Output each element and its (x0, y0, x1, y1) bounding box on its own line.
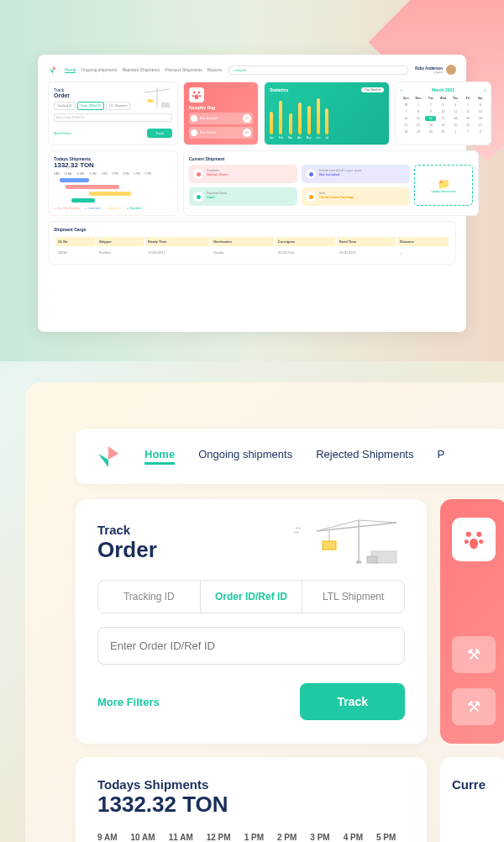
calendar-day[interactable]: 9 (425, 109, 436, 114)
calendar-day[interactable]: 24 (438, 123, 449, 128)
svg-point-21 (479, 539, 483, 544)
info-card: Payment TermsCash (189, 187, 297, 206)
svg-point-5 (197, 92, 200, 94)
cal-next-icon[interactable]: › (484, 87, 486, 92)
svg-point-7 (199, 95, 201, 97)
calendar-day[interactable]: 25 (450, 123, 461, 128)
cargo-table: SL NoShipperReady TimeDestinationConsign… (54, 235, 450, 259)
gavel-icon[interactable]: ⚒ (452, 688, 496, 725)
dashboard-preview: Home Ongoing shipments Rejected Shipment… (38, 55, 466, 332)
calendar-day[interactable]: 15 (413, 116, 424, 121)
current-shipment-card: Current Shipment CustomerNathan DrakeInc… (183, 150, 479, 216)
svg-rect-2 (148, 99, 153, 103)
calendar-day[interactable]: 28 (401, 103, 412, 108)
tab-order-id[interactable]: Order ID/Ref ID (77, 102, 104, 110)
range-dropdown[interactable]: This Week ▾ (361, 87, 384, 92)
calendar-day[interactable]: 18 (450, 116, 461, 121)
search-input[interactable]: ⌕ Search (228, 66, 407, 75)
naughty-dog-card: Naughty Dog Bids Available 17 Bids Close… (183, 82, 259, 145)
nav-rejected[interactable]: Rejected Shipments (122, 67, 160, 73)
logo-icon (96, 444, 121, 469)
track-button[interactable]: Track (300, 683, 405, 720)
track-order-card: Track Order Tracking ID Order ID/Ref ID … (48, 82, 178, 145)
tab-order-id[interactable]: Order ID/Ref ID (201, 581, 303, 613)
tab-tracking-id[interactable]: Tracking ID (54, 102, 76, 110)
calendar-day[interactable]: 1 (413, 103, 424, 108)
nav-ongoing[interactable]: Ongoing shipments (81, 67, 117, 73)
info-card: NoteChole Frazer Package (302, 187, 410, 206)
track-order-card: Track Order Tracking ID Order ID/Ref ID … (76, 499, 427, 744)
calendar-day[interactable]: 3 (438, 103, 449, 108)
calendar-day[interactable]: 6 (475, 103, 486, 108)
crane-icon (136, 86, 174, 110)
user-menu[interactable]: Abby AndersonLogout (415, 65, 456, 75)
timeline: 9 AM10 AM11 AM12 PM1 PM2 PM3 PM4 PM5 PM (97, 833, 405, 842)
calendar-day[interactable]: 5 (463, 103, 474, 108)
svg-point-6 (192, 95, 194, 97)
svg-line-13 (359, 520, 396, 523)
svg-rect-15 (323, 541, 336, 550)
calendar-day[interactable]: 31 (438, 129, 449, 134)
calendar-day[interactable]: 2 (463, 129, 474, 134)
crane-icon (287, 516, 405, 566)
calendar-day[interactable]: 28 (401, 129, 412, 134)
calendar-day[interactable]: 16 (425, 116, 436, 121)
calendar-day[interactable]: 12 (463, 109, 474, 114)
gavel-icon[interactable]: ⚒ (452, 636, 496, 673)
calendar-day[interactable]: 20 (475, 116, 486, 121)
calendar-card: ‹ March 2021 › SunMonTueWedThuFriSat2812… (395, 82, 491, 145)
nav-home[interactable]: Home (144, 448, 175, 465)
todays-shipments-card: Todays Shipments 1332.32 TON 9 AM10 AM11… (76, 757, 427, 842)
calendar-day[interactable]: 17 (438, 116, 449, 121)
tab-ltl[interactable]: LTL Shipment (106, 102, 130, 110)
table-row[interactable]: 50265Fireflies12:00 (IST)Seattle31234 Po… (55, 248, 449, 257)
calendar-month: March 2021 (432, 87, 454, 92)
more-filters-link[interactable]: More Filters (54, 131, 71, 135)
calendar-day[interactable]: 7 (401, 109, 412, 114)
track-button[interactable]: Track (147, 129, 172, 138)
calendar-day[interactable]: 29 (413, 129, 424, 134)
calendar-day[interactable]: 14 (401, 116, 412, 121)
calendar-day[interactable]: 22 (413, 123, 424, 128)
calendar-day[interactable]: 11 (450, 109, 461, 114)
nav-ongoing[interactable]: Ongoing shipments (198, 448, 292, 465)
tab-tracking-id[interactable]: Tracking ID (98, 581, 201, 613)
shipment-cargo-card: Shipment Cargo SL NoShipperReady TimeDes… (48, 221, 456, 265)
bids-available: Bids Available 17 (189, 113, 253, 124)
svg-rect-3 (161, 103, 170, 108)
nav-home[interactable]: Home (65, 67, 76, 73)
nav-previous[interactable]: Previous Shipments (165, 67, 202, 73)
calendar-day[interactable]: 23 (425, 123, 436, 128)
main-nav: Home Ongoing shipments Rejected Shipment… (76, 429, 504, 484)
calendar-day[interactable]: 26 (463, 123, 474, 128)
calendar-day[interactable]: 4 (450, 103, 461, 108)
calendar-day[interactable]: 2 (425, 103, 436, 108)
todays-shipments-card: Todays Shipments 1332.32 TON 9 AM10 AM11… (48, 150, 178, 216)
tab-ltl[interactable]: LTL Shipment (302, 581, 404, 613)
calendar-day[interactable]: 21 (401, 123, 412, 128)
upload-documents[interactable]: 📁Upload documents (414, 165, 473, 206)
current-shipment-title: Curre (452, 777, 486, 792)
calendar-day[interactable]: 3 (475, 129, 486, 134)
preview-nav: Home Ongoing shipments Rejected Shipment… (48, 65, 456, 82)
calendar-day[interactable]: 10 (438, 109, 449, 114)
svg-point-22 (470, 539, 478, 550)
calendar-day[interactable]: 30 (425, 129, 436, 134)
calendar-day[interactable]: 1 (450, 129, 461, 134)
order-id-input[interactable]: Enter Order ID/Ref ID (54, 113, 172, 122)
svg-line-11 (317, 523, 396, 531)
current-shipment-card: Curre (440, 757, 504, 842)
nav-previous[interactable]: P (437, 448, 444, 465)
shipments-title: Todays Shipments (97, 777, 405, 792)
calendar-day[interactable]: 8 (413, 109, 424, 114)
calendar-day[interactable]: 27 (475, 123, 486, 128)
calendar-day[interactable]: 19 (463, 116, 474, 121)
gavel-icon (191, 115, 197, 122)
nav-reports[interactable]: Reports (207, 67, 223, 73)
cal-prev-icon[interactable]: ‹ (401, 87, 402, 92)
calendar-day[interactable]: 13 (475, 109, 486, 114)
nav-rejected[interactable]: Rejected Shipments (316, 448, 413, 465)
more-filters-link[interactable]: More Filters (97, 696, 160, 708)
order-id-input[interactable] (97, 627, 405, 665)
info-card: Include cost of fuel in your quoteNot In… (302, 165, 410, 183)
